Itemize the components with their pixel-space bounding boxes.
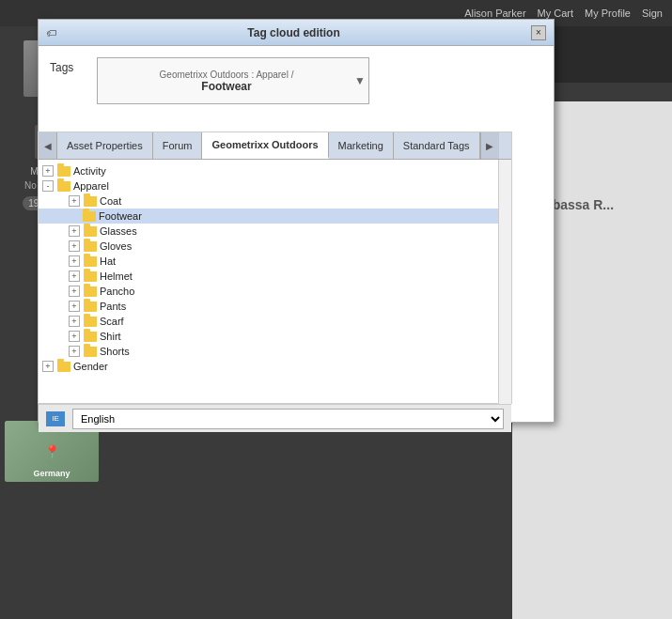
tree-item[interactable]: +Pancho	[39, 284, 498, 299]
folder-icon	[84, 226, 97, 237]
folder-icon	[84, 332, 97, 342]
tab-asset-properties[interactable]: Asset Properties	[57, 132, 153, 159]
tree-item-label: Gender	[73, 361, 108, 372]
tree-tabs: ◀ Asset Properties Forum Geometrixx Outd…	[39, 132, 511, 160]
tree-item[interactable]: +Gender	[39, 359, 498, 374]
tree-item[interactable]: +Hat	[39, 254, 498, 269]
tree-item[interactable]: +Gloves	[39, 239, 498, 254]
tree-item-label: Scarf	[100, 316, 124, 327]
tree-item[interactable]: +Scarf	[39, 314, 498, 329]
dialog-title: Tag cloud edition	[247, 26, 339, 39]
tree-content: +Activity-Apparel+CoatFootwear+Glasses+G…	[39, 160, 511, 404]
tree-expand-btn[interactable]: +	[69, 195, 80, 207]
folder-icon	[84, 286, 97, 297]
tree-expand-btn[interactable]: +	[69, 240, 80, 252]
folder-icon	[84, 196, 97, 207]
user-label: Alison Parker	[464, 8, 525, 19]
profile-link[interactable]: My Profile	[585, 8, 631, 19]
tree-item[interactable]: +Glasses	[39, 224, 498, 239]
tree-expand-btn[interactable]: -	[42, 180, 54, 192]
tab-forward-arrow[interactable]: ▶	[480, 132, 499, 159]
tree-item-label: Shorts	[100, 346, 130, 357]
folder-icon	[84, 271, 97, 282]
dropdown-arrow-icon: ▼	[354, 74, 366, 87]
folder-icon	[57, 362, 70, 372]
folder-icon	[84, 302, 97, 312]
dialog-title-icon: 🏷	[46, 27, 56, 39]
tree-item-label: Apparel	[73, 180, 109, 192]
tab-standard-tags[interactable]: Standard Tags	[394, 132, 480, 159]
tree-item[interactable]: +Pants	[39, 299, 498, 314]
folder-icon	[84, 347, 97, 357]
tab-forum[interactable]: Forum	[153, 132, 203, 159]
sign-link[interactable]: Sign	[642, 8, 663, 19]
tree-item[interactable]: +Shorts	[39, 344, 498, 359]
language-icon: IE	[46, 411, 65, 426]
tags-dropdown[interactable]: Geometrixx Outdoors : Apparel / Footwear	[97, 57, 369, 104]
dialog-titlebar: 🏷 Tag cloud edition ×	[39, 20, 554, 46]
tree-item-label: Pants	[100, 301, 126, 312]
tree-item-label: Coat	[100, 195, 121, 207]
tree-item[interactable]: +Shirt	[39, 329, 498, 344]
tree-expand-btn[interactable]: +	[69, 301, 80, 312]
tree-expand-btn[interactable]: +	[69, 225, 80, 237]
tree-scroll[interactable]: +Activity-Apparel+CoatFootwear+Glasses+G…	[39, 160, 498, 404]
folder-icon	[83, 211, 96, 222]
tree-expand-btn[interactable]: +	[69, 286, 80, 297]
tree-expand-btn[interactable]: +	[69, 316, 80, 327]
folder-icon	[57, 166, 70, 177]
tree-scrollbar[interactable]	[498, 160, 511, 404]
tab-back-arrow[interactable]: ◀	[39, 132, 57, 159]
tags-select-area: Geometrixx Outdoors : Apparel / Footwear…	[97, 57, 542, 104]
tree-item[interactable]: +Coat	[39, 193, 498, 209]
folder-icon	[84, 317, 97, 327]
tree-item-label: Footwear	[99, 210, 142, 222]
tree-item-label: Helmet	[100, 271, 133, 282]
tree-expand-btn[interactable]: +	[42, 361, 54, 372]
folder-icon	[84, 256, 97, 267]
tree-expand-btn[interactable]: +	[42, 165, 54, 177]
tree-item-label: Gloves	[100, 240, 132, 252]
tree-item-label: Pancho	[100, 286, 134, 297]
tree-expand-btn[interactable]: +	[69, 271, 80, 282]
tree-item[interactable]: Footwear	[39, 209, 498, 224]
tree-expand-btn[interactable]: +	[69, 346, 80, 357]
folder-icon	[57, 181, 70, 192]
tab-geometrixx-outdoors[interactable]: Geometrixx Outdoors	[202, 132, 328, 159]
tags-dropdown-container[interactable]: Geometrixx Outdoors : Apparel / Footwear…	[97, 57, 369, 104]
tab-marketing[interactable]: Marketing	[329, 132, 394, 159]
language-select[interactable]: EnglishGermanFrenchSpanish	[72, 409, 504, 429]
tree-bottom: IE EnglishGermanFrenchSpanish	[39, 404, 511, 432]
tree-item-label: Hat	[100, 255, 116, 267]
tree-panel: ◀ Asset Properties Forum Geometrixx Outd…	[38, 132, 512, 404]
tree-item[interactable]: +Activity	[39, 163, 498, 178]
tags-dropdown-path: Geometrixx Outdoors : Apparel /	[160, 70, 294, 80]
tree-item-label: Shirt	[100, 331, 121, 342]
tree-item-label: Glasses	[100, 225, 137, 237]
tree-expand-btn[interactable]: +	[69, 331, 80, 342]
tags-dropdown-value: Footwear	[201, 80, 251, 93]
tree-expand-btn[interactable]: +	[69, 255, 80, 267]
tree-item-label: Activity	[73, 165, 106, 177]
tags-label: Tags	[50, 57, 87, 104]
folder-icon	[84, 241, 97, 252]
dialog-body: Tags Geometrixx Outdoors : Apparel / Foo…	[39, 46, 554, 116]
cart-link[interactable]: My Cart	[538, 8, 574, 19]
tree-item[interactable]: +Helmet	[39, 269, 498, 284]
tree-item[interactable]: -Apparel	[39, 178, 498, 193]
dialog-close-button[interactable]: ×	[531, 25, 546, 40]
